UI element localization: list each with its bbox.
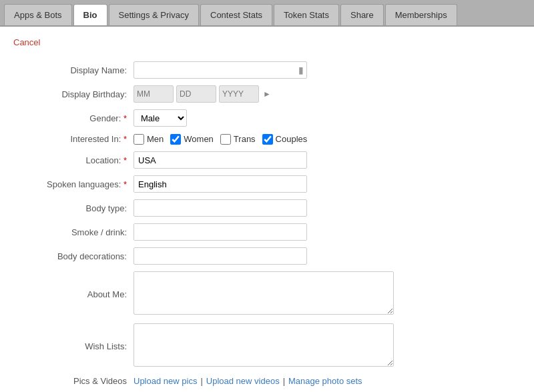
birthday-day-input[interactable] bbox=[176, 85, 216, 103]
display-name-field-wrapper: ▮ bbox=[134, 61, 307, 79]
languages-required-star: * bbox=[123, 179, 127, 189]
smoke-drink-input[interactable] bbox=[134, 223, 307, 241]
tab-share[interactable]: Share bbox=[340, 4, 384, 25]
wish-lists-label: Wish Lists: bbox=[13, 320, 134, 372]
gender-select[interactable]: Male Female Trans Couple bbox=[134, 109, 187, 127]
separator-2: | bbox=[283, 376, 285, 386]
display-name-input[interactable] bbox=[134, 61, 307, 79]
interested-women-item: Women bbox=[170, 134, 214, 145]
interested-women-label: Women bbox=[184, 134, 214, 144]
interested-men-item: Men bbox=[134, 134, 164, 145]
bio-form: Display Name: ▮ Display Birthday: ► bbox=[13, 58, 521, 390]
pics-videos-links: Upload new pics | Upload new videos | Ma… bbox=[134, 376, 521, 386]
interested-trans-label: Trans bbox=[234, 134, 256, 144]
location-input[interactable] bbox=[134, 151, 307, 169]
spoken-languages-label: Spoken languages: * bbox=[13, 172, 134, 196]
display-name-label: Display Name: bbox=[13, 58, 134, 82]
upload-new-videos-link[interactable]: Upload new videos bbox=[206, 376, 280, 386]
location-required-star: * bbox=[123, 155, 127, 165]
birthday-month-input[interactable] bbox=[134, 85, 174, 103]
gender-required-star: * bbox=[123, 113, 127, 123]
manage-photo-sets-link[interactable]: Manage photo sets bbox=[288, 376, 362, 386]
smoke-drink-label: Smoke / drink: bbox=[13, 220, 134, 244]
content-area: Cancel Display Name: ▮ Display Birthday: bbox=[0, 27, 534, 392]
tab-settings-privacy[interactable]: Settings & Privacy bbox=[109, 4, 200, 25]
body-type-input[interactable] bbox=[134, 199, 307, 217]
interested-trans-item: Trans bbox=[220, 134, 256, 145]
tab-bio[interactable]: Bio bbox=[73, 4, 107, 25]
tab-apps-bots[interactable]: Apps & Bots bbox=[4, 4, 72, 25]
body-decorations-label: Body decorations: bbox=[13, 244, 134, 268]
interested-couples-label: Couples bbox=[276, 134, 308, 144]
display-birthday-label: Display Birthday: bbox=[13, 82, 134, 106]
interested-women-checkbox[interactable] bbox=[170, 134, 181, 145]
interested-trans-checkbox[interactable] bbox=[220, 134, 231, 145]
spoken-languages-input[interactable] bbox=[134, 175, 307, 193]
about-me-textarea[interactable] bbox=[134, 271, 394, 315]
interested-men-checkbox[interactable] bbox=[134, 134, 144, 145]
location-label: Location: * bbox=[13, 148, 134, 172]
interested-in-group: Men Women Trans Couples bbox=[134, 134, 521, 145]
tab-memberships[interactable]: Memberships bbox=[385, 4, 457, 25]
body-decorations-input[interactable] bbox=[134, 247, 307, 265]
pics-videos-label: Pics & Videos bbox=[13, 372, 134, 390]
birthday-fields: ► bbox=[134, 85, 521, 103]
body-type-label: Body type: bbox=[13, 196, 134, 220]
interested-in-label: Interested In: * bbox=[13, 130, 134, 148]
interested-men-label: Men bbox=[147, 134, 164, 144]
interested-couples-checkbox[interactable] bbox=[262, 134, 273, 145]
about-me-label: About Me: bbox=[13, 268, 134, 320]
cancel-link[interactable]: Cancel bbox=[13, 37, 40, 47]
tab-contest-stats[interactable]: Contest Stats bbox=[200, 4, 272, 25]
birthday-arrow: ► bbox=[263, 89, 271, 99]
wish-lists-textarea[interactable] bbox=[134, 323, 394, 367]
upload-new-pics-link[interactable]: Upload new pics bbox=[134, 376, 197, 386]
tab-bar: Apps & BotsBioSettings & PrivacyContest … bbox=[0, 0, 534, 27]
interested-couples-item: Couples bbox=[262, 134, 308, 145]
gender-label: Gender: * bbox=[13, 106, 134, 130]
separator-1: | bbox=[200, 376, 202, 386]
tab-token-stats[interactable]: Token Stats bbox=[274, 4, 339, 25]
interested-required-star: * bbox=[123, 134, 127, 144]
birthday-year-input[interactable] bbox=[219, 85, 259, 103]
